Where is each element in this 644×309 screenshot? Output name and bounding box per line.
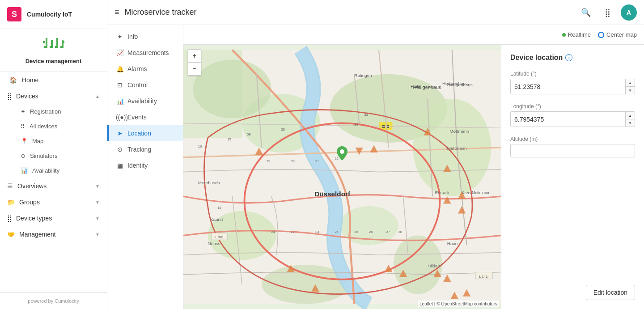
- longitude-spinners: ▲ ▼: [625, 112, 635, 127]
- secondary-nav: ✦ Info 📈 Measurements 🔔 Alarms ⊡ Control…: [107, 25, 183, 309]
- altitude-field-group: Altitude (m): [510, 136, 635, 157]
- location-info-icon[interactable]: i: [565, 54, 572, 61]
- svg-text:26: 26: [369, 230, 373, 234]
- location-panel-title: Device location i: [510, 54, 635, 62]
- avatar[interactable]: A: [621, 4, 637, 21]
- devices-chevron-icon: ▲: [95, 94, 100, 99]
- main-nav: 🏠 Home ⣿ Devices ▲ ✦ Registration ⠿ All …: [0, 72, 107, 242]
- sidebar-simulators-label: Simulators: [30, 152, 57, 159]
- sec-nav-alarms[interactable]: 🔔 Alarms: [107, 61, 183, 77]
- svg-rect-4: [44, 46, 47, 48]
- svg-text:L 141n: L 141n: [479, 275, 489, 279]
- topbar-actions: 🔍 ⣿ A: [578, 4, 637, 21]
- sidebar-item-registration[interactable]: ✦ Registration: [0, 104, 107, 119]
- groups-chevron-icon: ▼: [95, 200, 100, 205]
- sec-nav-info[interactable]: ✦ Info: [107, 29, 183, 45]
- altitude-input[interactable]: [510, 144, 635, 157]
- sec-nav-events[interactable]: ((●)) Events: [107, 109, 183, 125]
- sidebar-item-home[interactable]: 🏠 Home: [0, 72, 107, 88]
- sidebar-map-label: Map: [32, 138, 43, 144]
- sidebar-management-label: Management: [19, 231, 56, 238]
- longitude-input-row: ▲ ▼: [510, 111, 635, 127]
- sec-nav-tracking-label: Tracking: [127, 146, 151, 153]
- sidebar-item-device-types[interactable]: ⣿ Device types ▼: [0, 210, 107, 226]
- device-types-group-left: ⣿ Device types: [7, 215, 52, 222]
- svg-text:Mettmann: Mettmann: [447, 146, 467, 151]
- map-svg: B 8: [183, 45, 501, 309]
- sidebar-item-simulators[interactable]: ⊙ Simulators: [0, 148, 107, 163]
- latitude-up-button[interactable]: ▲: [626, 79, 635, 86]
- sidebar-item-devices[interactable]: ⣿ Devices ▲: [0, 88, 107, 104]
- management-icon: 🤝: [7, 231, 15, 238]
- center-map-label: Center map: [606, 31, 637, 38]
- device-management-label: Device management: [7, 58, 100, 64]
- map-container[interactable]: B 8: [183, 45, 501, 309]
- svg-text:Düsseldorf: Düsseldorf: [314, 190, 351, 198]
- control-icon: ⊡: [116, 81, 124, 89]
- brand-name: Cumulocity IoT: [27, 11, 72, 18]
- sidebar-item-all-devices[interactable]: ⠿ All devices: [0, 119, 107, 134]
- svg-text:L 381: L 381: [215, 235, 224, 239]
- sec-nav-availability[interactable]: 📊 Availability: [107, 93, 183, 109]
- latitude-down-button[interactable]: ▼: [626, 87, 635, 94]
- sidebar-registration-label: Registration: [30, 108, 61, 115]
- sidebar-item-management[interactable]: 🤝 Management ▼: [0, 226, 107, 242]
- svg-text:58: 58: [247, 132, 250, 136]
- sec-nav-identity[interactable]: ▦ Identity: [107, 157, 183, 174]
- main-area: ≡ Microservice tracker 🔍 ⣿ A ✦ Info 📈 Me…: [107, 0, 644, 309]
- map-attribution: Leaflet | © OpenStreetMap contributors: [418, 301, 499, 307]
- svg-rect-5: [50, 46, 53, 48]
- all-devices-icon: ⠿: [21, 123, 25, 130]
- search-icon: 🔍: [581, 8, 591, 17]
- svg-rect-0: [46, 38, 47, 47]
- devices-group-left: ⣿ Devices: [7, 93, 38, 100]
- svg-text:Heiligenhaus: Heiligenhaus: [442, 81, 468, 86]
- sec-nav-measurements[interactable]: 📈 Measurements: [107, 45, 183, 61]
- sidebar-header: S Cumulocity IoT: [0, 0, 107, 29]
- management-group-left: 🤝 Management: [7, 231, 56, 238]
- sec-nav-control-label: Control: [127, 81, 148, 89]
- svg-text:30: 30: [291, 159, 294, 163]
- longitude-input[interactable]: [511, 113, 625, 126]
- device-management-section: Device management: [0, 29, 107, 72]
- svg-rect-1: [51, 40, 53, 47]
- latitude-spinners: ▲ ▼: [625, 79, 635, 94]
- svg-rect-8: [43, 41, 45, 43]
- longitude-field-group: Longitude (°) ▲ ▼: [510, 103, 635, 127]
- latitude-input-row: ▲ ▼: [510, 79, 635, 94]
- availability-sub-icon: 📊: [21, 167, 28, 174]
- location-marker[interactable]: [337, 146, 347, 164]
- info-icon: ✦: [116, 33, 124, 40]
- sec-nav-tracking[interactable]: ⊙ Tracking: [107, 141, 183, 157]
- map-panel-area: Realtime Center map: [183, 25, 644, 309]
- zoom-out-button[interactable]: −: [188, 63, 201, 75]
- grid-button[interactable]: ⣿: [599, 4, 615, 21]
- search-button[interactable]: 🔍: [578, 4, 594, 21]
- svg-text:Heiligenhaus: Heiligenhaus: [411, 84, 436, 89]
- svg-point-79: [340, 149, 344, 154]
- svg-rect-2: [56, 38, 58, 47]
- sidebar-item-availability[interactable]: 📊 Availability: [0, 163, 107, 178]
- realtime-label: Realtime: [568, 31, 591, 38]
- avail-icon: 📊: [116, 97, 124, 105]
- overviews-icon: ☰: [7, 182, 13, 190]
- svg-text:24: 24: [271, 230, 275, 234]
- sec-nav-control[interactable]: ⊡ Control: [107, 77, 183, 93]
- sidebar: S Cumulocity IoT Device management 🏠 Ho: [0, 0, 107, 309]
- latitude-input[interactable]: [511, 80, 625, 93]
- sidebar-item-home-label: Home: [22, 76, 38, 84]
- sidebar-item-groups[interactable]: 📁 Groups ▼: [0, 194, 107, 210]
- svg-text:Meerbusch: Meerbusch: [198, 180, 220, 185]
- sidebar-item-map[interactable]: 📍 Map: [0, 134, 107, 148]
- sidebar-item-overviews[interactable]: ☰ Overviews ▼: [0, 178, 107, 194]
- center-map-button[interactable]: Center map: [598, 31, 637, 38]
- map-and-location: B 8: [183, 45, 644, 309]
- zoom-in-button[interactable]: +: [188, 50, 201, 62]
- longitude-up-button[interactable]: ▲: [626, 112, 635, 119]
- location-panel-title-text: Device location: [510, 54, 563, 62]
- sec-nav-location[interactable]: ➤ Location: [107, 125, 183, 141]
- sidebar-groups-label: Groups: [19, 199, 40, 206]
- edit-location-button[interactable]: Edit location: [586, 285, 635, 300]
- longitude-down-button[interactable]: ▼: [626, 119, 635, 127]
- svg-text:Mettmann: Mettmann: [449, 129, 469, 134]
